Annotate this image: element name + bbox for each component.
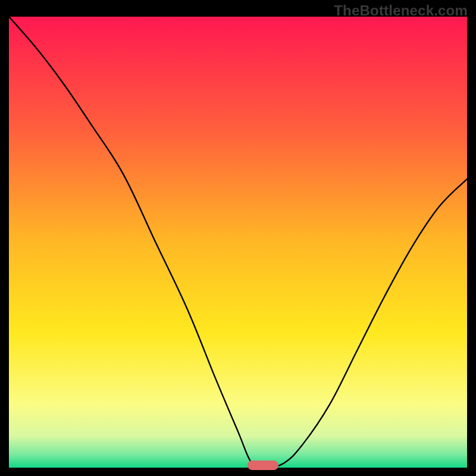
optimum-marker [248,461,278,470]
gradient-background [9,17,467,468]
chart-container: TheBottleneck.com [0,0,476,476]
watermark-text: TheBottleneck.com [334,2,468,19]
plot-area [9,17,467,468]
plot-svg [9,17,467,468]
